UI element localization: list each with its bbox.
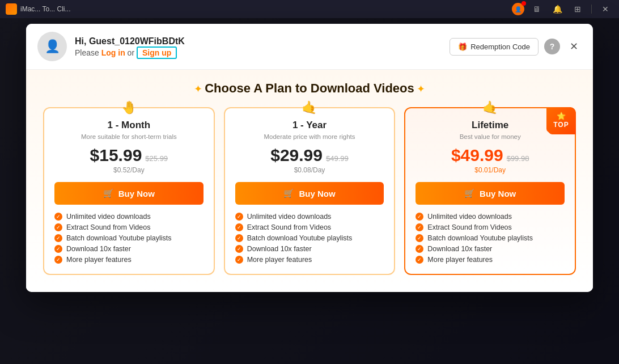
modal-overlay: 👤 Hi, Guest_0120WFibBDtK Please Log in o… bbox=[0, 18, 619, 364]
top-badge: ⭐ TOP bbox=[546, 107, 576, 134]
plan-desc: Best value for money bbox=[460, 133, 521, 140]
feature-item: ✓ More player features bbox=[235, 256, 384, 264]
help-button[interactable]: ? bbox=[544, 39, 560, 54]
redemption-code-button[interactable]: 🎁 Redemption Code bbox=[450, 38, 539, 56]
plan-name: 1 - Month bbox=[108, 120, 151, 131]
check-icon: ✓ bbox=[54, 213, 62, 221]
feature-text: Batch download Youtube playlists bbox=[247, 234, 353, 242]
plan-title-area: ✦ Choose A Plan to Download Videos ✦ bbox=[43, 81, 576, 96]
user-greeting: Hi, Guest_0120WFibBDtK bbox=[75, 36, 185, 46]
plan-card-monthly: 🤚 1 - Month More suitable for short-term… bbox=[43, 107, 215, 275]
feature-text: Unlimited video downloads bbox=[247, 213, 332, 221]
titlebar-bell-button[interactable]: 🔔 bbox=[549, 3, 565, 15]
feature-text: Batch download Youtube playlists bbox=[66, 234, 172, 242]
signup-link[interactable]: Sign up bbox=[137, 46, 177, 59]
user-info: Hi, Guest_0120WFibBDtK Please Log in or … bbox=[75, 36, 185, 57]
feature-item: ✓ Unlimited video downloads bbox=[235, 213, 384, 221]
feature-item: ✓ Unlimited video downloads bbox=[416, 213, 565, 221]
feature-text: Download 10x faster bbox=[66, 245, 131, 253]
feature-text: Extract Sound from Videos bbox=[66, 223, 150, 231]
titlebar-minimize-button[interactable]: 🖥 bbox=[529, 3, 545, 15]
plan-desc: More suitable for short-term trials bbox=[81, 133, 177, 140]
feature-text: More player features bbox=[247, 256, 312, 264]
features-list: ✓ Unlimited video downloads ✓ Extract So… bbox=[416, 213, 565, 264]
modal-close-button[interactable]: ✕ bbox=[566, 39, 582, 54]
redemption-label: Redemption Code bbox=[470, 43, 530, 51]
plan-price-area: $49.99 $99.98 bbox=[451, 146, 529, 165]
feature-item: ✓ Batch download Youtube playlists bbox=[235, 234, 384, 242]
modal-body: ✦ Choose A Plan to Download Videos ✦ 🤚 1… bbox=[26, 70, 593, 292]
titlebar-grid-button[interactable]: ⊞ bbox=[570, 3, 586, 15]
feature-text: Unlimited video downloads bbox=[427, 213, 512, 221]
feature-text: Extract Sound from Videos bbox=[427, 223, 511, 231]
feature-item: ✓ Extract Sound from Videos bbox=[416, 223, 565, 231]
feature-text: Unlimited video downloads bbox=[66, 213, 151, 221]
feature-item: ✓ Download 10x faster bbox=[54, 245, 203, 253]
feature-item: ✓ Batch download Youtube playlists bbox=[416, 234, 565, 242]
features-list: ✓ Unlimited video downloads ✓ Extract So… bbox=[235, 213, 384, 264]
feature-text: More player features bbox=[427, 256, 493, 264]
check-icon: ✓ bbox=[54, 245, 62, 253]
check-icon: ✓ bbox=[235, 223, 243, 231]
feature-text: Extract Sound from Videos bbox=[247, 223, 331, 231]
modal-header-actions: 🎁 Redemption Code ? ✕ bbox=[450, 38, 582, 56]
titlebar-title: iMac... To... Cli... bbox=[20, 5, 70, 13]
feature-item: ✓ Download 10x faster bbox=[235, 245, 384, 253]
plan-per-day: $0.52/Day bbox=[113, 166, 145, 174]
login-link[interactable]: Log in bbox=[101, 48, 125, 57]
plan-original-price: $99.98 bbox=[507, 154, 529, 163]
pricing-modal: 👤 Hi, Guest_0120WFibBDtK Please Log in o… bbox=[26, 24, 593, 292]
titlebar-right: 👤 🖥 🔔 ⊞ ✕ bbox=[512, 3, 613, 15]
titlebar: iMac... To... Cli... 👤 🖥 🔔 ⊞ ✕ bbox=[0, 0, 619, 18]
check-icon: ✓ bbox=[54, 234, 62, 242]
user-profile-section: 👤 Hi, Guest_0120WFibBDtK Please Log in o… bbox=[37, 32, 185, 61]
check-icon: ✓ bbox=[416, 256, 423, 264]
user-avatar-titlebar[interactable]: 👤 bbox=[512, 3, 524, 15]
feature-item: ✓ Download 10x faster bbox=[416, 245, 565, 253]
plan-price-area: $15.99 $25.99 bbox=[90, 146, 168, 165]
titlebar-left: iMac... To... Cli... bbox=[6, 3, 70, 15]
check-icon: ✓ bbox=[416, 223, 423, 231]
cart-icon: 🛒 bbox=[103, 188, 114, 198]
sparkle-left: ✦ bbox=[194, 83, 202, 95]
check-icon: ✓ bbox=[54, 256, 62, 264]
plan-per-day: $0.08/Day bbox=[294, 166, 325, 174]
titlebar-close-button[interactable]: ✕ bbox=[597, 3, 613, 15]
buy-label: Buy Now bbox=[480, 189, 516, 198]
auth-prompt: Please Log in or Sign up bbox=[75, 48, 185, 57]
feature-item: ✓ Extract Sound from Videos bbox=[54, 223, 203, 231]
plan-price-area: $29.99 $49.99 bbox=[270, 146, 349, 165]
features-list: ✓ Unlimited video downloads ✓ Extract So… bbox=[54, 213, 203, 264]
auth-prefix: Please bbox=[75, 48, 101, 57]
avatar: 👤 bbox=[37, 32, 67, 61]
plan-price: $49.99 bbox=[451, 146, 503, 165]
buy-now-button-yearly[interactable]: 🛒 Buy Now bbox=[235, 182, 384, 205]
plan-card-lifetime: ⭐ TOP 🤙 Lifetime Best value for money $4… bbox=[404, 107, 576, 275]
buy-now-button-monthly[interactable]: 🛒 Buy Now bbox=[54, 182, 203, 205]
buy-now-button-lifetime[interactable]: 🛒 Buy Now bbox=[416, 182, 565, 205]
check-icon: ✓ bbox=[54, 223, 62, 231]
feature-item: ✓ Batch download Youtube playlists bbox=[54, 234, 203, 242]
check-icon: ✓ bbox=[235, 256, 243, 264]
cart-icon: 🛒 bbox=[464, 188, 475, 198]
check-icon: ✓ bbox=[235, 213, 243, 221]
feature-item: ✓ More player features bbox=[416, 256, 565, 264]
plan-desc: Moderate price with more rights bbox=[264, 133, 355, 140]
check-icon: ✓ bbox=[416, 213, 423, 221]
feature-text: Download 10x faster bbox=[427, 245, 492, 253]
plan-name: Lifetime bbox=[472, 120, 508, 131]
sparkle-right: ✦ bbox=[417, 83, 425, 95]
check-icon: ✓ bbox=[235, 234, 243, 242]
auth-or: or bbox=[128, 48, 137, 57]
plan-title: Choose A Plan to Download Videos bbox=[205, 81, 414, 95]
plan-original-price: $25.99 bbox=[145, 154, 168, 163]
plan-per-day: $0.01/Day bbox=[474, 166, 506, 174]
feature-item: ✓ Extract Sound from Videos bbox=[235, 223, 384, 231]
plan-price: $29.99 bbox=[270, 146, 323, 165]
plan-price: $15.99 bbox=[90, 146, 142, 165]
feature-text: Batch download Youtube playlists bbox=[427, 234, 533, 242]
plan-name: 1 - Year bbox=[292, 120, 327, 131]
buy-label: Buy Now bbox=[118, 189, 155, 198]
feature-item: ✓ Unlimited video downloads bbox=[54, 213, 203, 221]
buy-label: Buy Now bbox=[299, 189, 335, 198]
